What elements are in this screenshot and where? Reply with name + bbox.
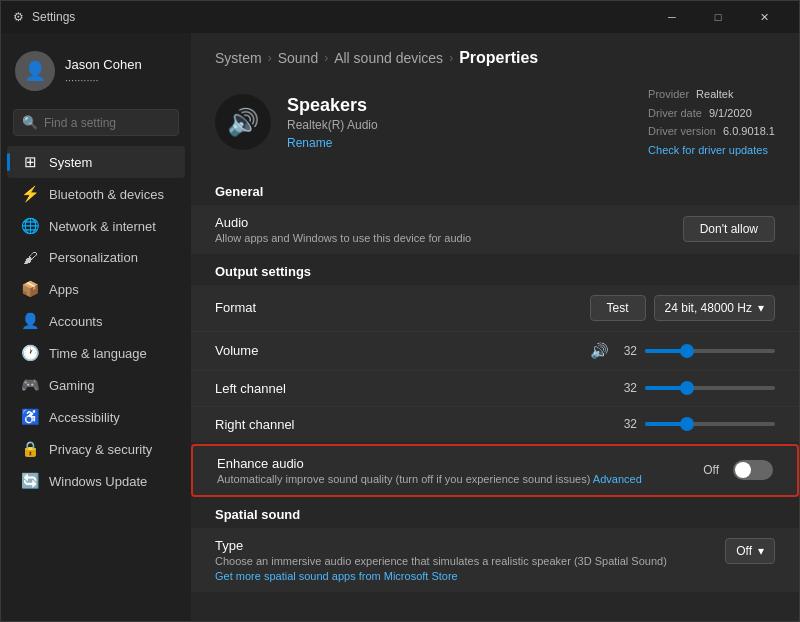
left-channel-slider-wrapper: 32 <box>617 381 775 395</box>
minimize-button[interactable]: ─ <box>649 1 695 33</box>
sidebar-item-system[interactable]: ⊞ System <box>7 146 185 178</box>
breadcrumb-sound[interactable]: Sound <box>278 50 318 66</box>
device-subtitle: Realtek(R) Audio <box>287 118 378 132</box>
provider-row: Provider Realtek <box>648 85 775 104</box>
sidebar-label-time: Time & language <box>49 346 147 361</box>
user-info: Jason Cohen ··········· <box>65 57 142 86</box>
driver-date-label: Driver date <box>648 107 702 119</box>
sidebar-item-network[interactable]: 🌐 Network & internet <box>7 210 185 242</box>
left-channel-label: Left channel <box>215 381 286 396</box>
driver-version-value: 6.0.9018.1 <box>723 125 775 137</box>
sidebar-label-privacy: Privacy & security <box>49 442 152 457</box>
sidebar-item-accounts[interactable]: 👤 Accounts <box>7 305 185 337</box>
sidebar-label-personalization: Personalization <box>49 250 138 265</box>
breadcrumb-current: Properties <box>459 49 538 67</box>
spatial-chevron-icon: ▾ <box>758 544 764 558</box>
audio-right: Don't allow <box>683 216 775 242</box>
close-button[interactable]: ✕ <box>741 1 787 33</box>
format-right: Test 24 bit, 48000 Hz ▾ <box>590 295 775 321</box>
sidebar-item-windows-update[interactable]: 🔄 Windows Update <box>7 465 185 497</box>
search-box[interactable]: 🔍 <box>13 109 179 136</box>
audio-info: Audio Allow apps and Windows to use this… <box>215 215 471 244</box>
search-icon: 🔍 <box>22 115 38 130</box>
search-input[interactable] <box>44 116 170 130</box>
volume-row: Volume 🔊 32 <box>191 332 799 371</box>
volume-slider-thumb <box>680 344 694 358</box>
gaming-icon: 🎮 <box>21 376 39 394</box>
avatar: 👤 <box>15 51 55 91</box>
spatial-store-link[interactable]: Get more spatial sound apps from Microso… <box>215 570 667 582</box>
format-dropdown[interactable]: 24 bit, 48000 Hz ▾ <box>654 295 775 321</box>
bluetooth-icon: ⚡ <box>21 185 39 203</box>
volume-value: 32 <box>617 344 637 358</box>
main-content: System › Sound › All sound devices › Pro… <box>191 33 799 621</box>
system-icon: ⊞ <box>21 153 39 171</box>
spatial-info: Type Choose an immersive audio experienc… <box>215 538 667 582</box>
apps-icon: 📦 <box>21 280 39 298</box>
left-channel-value: 32 <box>617 381 637 395</box>
right-channel-slider-wrapper: 32 <box>617 417 775 431</box>
output-settings-block: Format Test 24 bit, 48000 Hz ▾ Volume 🔊 <box>191 285 799 442</box>
chevron-down-icon: ▾ <box>758 301 764 315</box>
right-channel-slider-track[interactable] <box>645 422 775 426</box>
spatial-right: Off ▾ <box>725 538 775 564</box>
sidebar-item-accessibility[interactable]: ♿ Accessibility <box>7 401 185 433</box>
spatial-section-block: Type Choose an immersive audio experienc… <box>191 528 799 592</box>
breadcrumb-system[interactable]: System <box>215 50 262 66</box>
left-slider-thumb <box>680 381 694 395</box>
content-area: 👤 Jason Cohen ··········· 🔍 ⊞ System ⚡ B… <box>1 33 799 621</box>
accessibility-icon: ♿ <box>21 408 39 426</box>
audio-desc: Allow apps and Windows to use this devic… <box>215 232 471 244</box>
sidebar-item-bluetooth[interactable]: ⚡ Bluetooth & devices <box>7 178 185 210</box>
spatial-type-value: Off <box>736 544 752 558</box>
title-bar: ⚙ Settings ─ □ ✕ <box>1 1 799 33</box>
volume-slider-wrapper: 32 <box>617 344 775 358</box>
rename-button[interactable]: Rename <box>287 136 378 150</box>
breadcrumb-sep-3: › <box>449 51 453 65</box>
time-icon: 🕐 <box>21 344 39 362</box>
spatial-section-title: Spatial sound <box>191 499 799 528</box>
device-icon: 🔊 <box>215 94 271 150</box>
right-channel-row: Right channel 32 <box>191 407 799 442</box>
sidebar: 👤 Jason Cohen ··········· 🔍 ⊞ System ⚡ B… <box>1 33 191 621</box>
audio-row: Audio Allow apps and Windows to use this… <box>191 205 799 254</box>
format-value: 24 bit, 48000 Hz <box>665 301 752 315</box>
sidebar-item-apps[interactable]: 📦 Apps <box>7 273 185 305</box>
accounts-icon: 👤 <box>21 312 39 330</box>
title-bar-controls: ─ □ ✕ <box>649 1 787 33</box>
privacy-icon: 🔒 <box>21 440 39 458</box>
test-button[interactable]: Test <box>590 295 646 321</box>
right-channel-right: 32 <box>617 417 775 431</box>
spatial-type-desc: Choose an immersive audio experience tha… <box>215 555 667 567</box>
sidebar-label-gaming: Gaming <box>49 378 95 393</box>
enhance-toggle[interactable] <box>733 460 773 480</box>
volume-slider-track[interactable] <box>645 349 775 353</box>
volume-label: Volume <box>215 343 258 358</box>
device-left: 🔊 Speakers Realtek(R) Audio Rename <box>215 94 378 150</box>
settings-window: ⚙ Settings ─ □ ✕ 👤 Jason Cohen ·········… <box>0 0 800 622</box>
check-driver-link[interactable]: Check for driver updates <box>648 144 768 156</box>
breadcrumb-all-sound[interactable]: All sound devices <box>334 50 443 66</box>
dont-allow-button[interactable]: Don't allow <box>683 216 775 242</box>
device-name: Speakers <box>287 95 378 116</box>
driver-date-row: Driver date 9/1/2020 <box>648 104 775 123</box>
sidebar-item-personalization[interactable]: 🖌 Personalization <box>7 242 185 273</box>
sidebar-item-privacy[interactable]: 🔒 Privacy & security <box>7 433 185 465</box>
left-channel-slider-track[interactable] <box>645 386 775 390</box>
enhance-audio-row: Enhance audio Automatically improve soun… <box>191 444 799 497</box>
left-channel-row: Left channel 32 <box>191 371 799 407</box>
driver-version-label: Driver version <box>648 125 716 137</box>
maximize-button[interactable]: □ <box>695 1 741 33</box>
format-row: Format Test 24 bit, 48000 Hz ▾ <box>191 285 799 332</box>
sidebar-label-accounts: Accounts <box>49 314 102 329</box>
general-section-title: General <box>191 176 799 205</box>
sidebar-item-gaming[interactable]: 🎮 Gaming <box>7 369 185 401</box>
sidebar-item-time[interactable]: 🕐 Time & language <box>7 337 185 369</box>
right-slider-thumb <box>680 417 694 431</box>
enhance-right: Off <box>703 460 773 480</box>
breadcrumb-sep-2: › <box>324 51 328 65</box>
enhance-toggle-label: Off <box>703 463 719 477</box>
user-name: Jason Cohen <box>65 57 142 72</box>
spatial-type-dropdown[interactable]: Off ▾ <box>725 538 775 564</box>
enhance-advanced-link[interactable]: Advanced <box>593 473 642 485</box>
